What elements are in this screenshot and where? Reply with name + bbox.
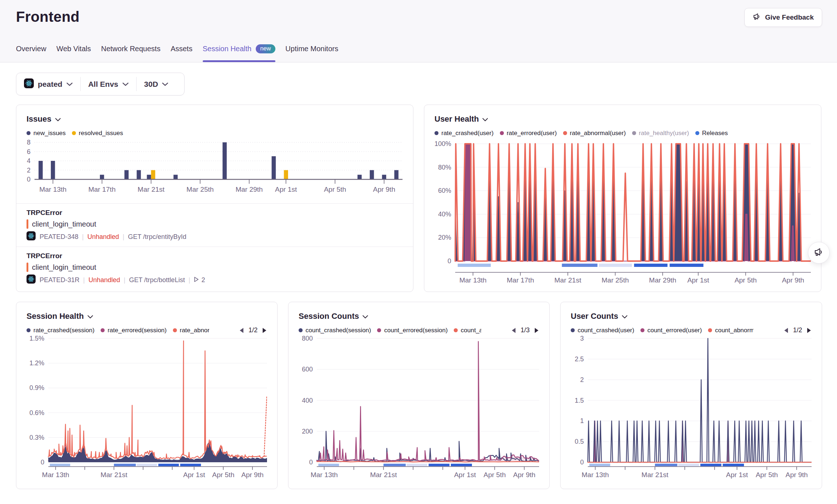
legend-item[interactable]: rate_healthy(user) [632, 130, 689, 137]
project-selector[interactable]: peated [16, 73, 80, 95]
svg-text:Mar 21st: Mar 21st [554, 276, 582, 284]
legend-item[interactable]: count_errored(session) [377, 327, 448, 334]
user-counts-legend: count_crashed(user) count_errored(user) … [571, 327, 753, 334]
meta-separator: | [122, 233, 124, 241]
floating-feedback-button[interactable] [808, 242, 830, 264]
legend-item[interactable]: count_errored(user) [640, 327, 702, 334]
legend-item[interactable]: new_issues [27, 130, 66, 137]
svg-text:0: 0 [27, 176, 31, 183]
issue-type[interactable]: TRPCError [27, 208, 403, 217]
play-icon [194, 276, 199, 284]
pagination-prev-icon[interactable] [239, 328, 244, 333]
legend-item[interactable]: Releases [695, 130, 728, 137]
svg-text:Apr 9th: Apr 9th [782, 276, 804, 284]
legend-pagination: 1/3 [511, 326, 539, 334]
tab-uptime-monitors[interactable]: Uptime Monitors [286, 44, 339, 62]
legend-dot [500, 131, 504, 135]
tab-web-vitals[interactable]: Web Vitals [56, 44, 91, 62]
give-feedback-button[interactable]: Give Feedback [744, 8, 822, 27]
svg-text:Apr 1st: Apr 1st [454, 471, 476, 479]
legend-item[interactable]: count_crashed(user) [571, 327, 634, 334]
chevron-down-icon[interactable] [622, 315, 627, 318]
svg-text:1.2%: 1.2% [29, 359, 44, 367]
tab-session-health[interactable]: Session Health new [203, 44, 275, 62]
megaphone-icon [814, 247, 824, 259]
chevron-down-icon [162, 82, 168, 86]
svg-text:Apr 1st: Apr 1st [726, 471, 748, 479]
legend-item[interactable]: rate_crashed(session) [27, 327, 94, 334]
tab-overview[interactable]: Overview [16, 44, 46, 62]
legend-dot [173, 328, 177, 332]
date-range-selector[interactable]: 30D [137, 73, 176, 95]
user-health-chart[interactable]: 020%40%60%80%100%Mar 13thMar 17thMar 21s… [434, 138, 811, 287]
svg-text:100%: 100% [434, 140, 451, 147]
legend-item[interactable]: rate_errored(session) [101, 327, 167, 334]
svg-text:40%: 40% [438, 211, 451, 218]
svg-text:Apr 5th: Apr 5th [212, 471, 234, 479]
legend-item[interactable]: rate_abnormal(user) [563, 130, 626, 137]
issue-type[interactable]: TRPCError [27, 252, 403, 260]
svg-text:800: 800 [302, 336, 313, 342]
svg-text:0.6%: 0.6% [29, 409, 44, 416]
react-icon [24, 78, 34, 90]
megaphone-icon [753, 12, 761, 23]
pagination-prev-icon[interactable] [784, 328, 788, 333]
pagination-label: 1/3 [521, 326, 530, 334]
chevron-down-icon[interactable] [363, 315, 368, 318]
svg-text:2: 2 [580, 376, 584, 383]
session-health-chart[interactable]: 00.3%0.6%0.9%1.2%1.5%Mar 13thMar 21stApr… [27, 336, 267, 485]
svg-text:Apr 9th: Apr 9th [241, 471, 263, 479]
legend-dot [571, 328, 575, 332]
legend-dot [640, 328, 644, 332]
svg-text:8: 8 [27, 139, 31, 146]
give-feedback-label: Give Feedback [765, 13, 814, 21]
pagination-next-icon[interactable] [262, 328, 267, 333]
svg-text:Mar 25th: Mar 25th [186, 186, 214, 193]
legend-item[interactable]: count_abnormal(session) [454, 327, 481, 334]
issues-legend: new_issues resolved_issues [27, 130, 403, 137]
legend-item[interactable]: count_crashed(session) [299, 327, 371, 334]
replay-count[interactable]: 2 [194, 276, 205, 284]
session-counts-chart[interactable]: 0200400600800Mar 13thMar 21stApr 1stApr … [299, 336, 539, 485]
legend-dot [434, 131, 438, 135]
session-health-panel: Session Health rate_crashed(session) rat… [16, 302, 278, 489]
issue-row[interactable]: TRPCError client_login_timeout [27, 247, 403, 285]
svg-text:0: 0 [580, 459, 584, 466]
issue-short-id: PEATED-31R [40, 276, 80, 284]
page-filter-bar: peated All Envs 30D [16, 73, 185, 95]
legend-dot [27, 328, 31, 332]
svg-text:2.5: 2.5 [575, 355, 584, 363]
legend-item[interactable]: resolved_issues [72, 130, 123, 137]
user-counts-chart[interactable]: 00.511.522.53Mar 13thMar 21stApr 1stApr … [571, 336, 812, 485]
pagination-label: 1/2 [793, 326, 802, 334]
environment-selector[interactable]: All Envs [81, 73, 136, 95]
svg-text:Apr 5th: Apr 5th [756, 471, 778, 479]
tab-assets[interactable]: Assets [171, 44, 193, 62]
tab-network-requests[interactable]: Network Requests [101, 44, 160, 62]
date-range-selector-label: 30D [144, 80, 158, 89]
legend-dot [101, 328, 105, 332]
svg-text:Mar 17th: Mar 17th [88, 186, 116, 193]
legend-item[interactable]: rate_errored(user) [500, 130, 557, 137]
issue-row[interactable]: TRPCError client_login_timeout [27, 204, 403, 241]
chevron-down-icon[interactable] [55, 118, 61, 121]
legend-dot [27, 131, 31, 135]
legend-item[interactable]: rate_crashed(user) [434, 130, 494, 137]
page-header: Frontend Give Feedback Overview Web Vita… [0, 0, 837, 62]
user-counts-panel-title: User Counts [571, 312, 618, 321]
issue-culprit[interactable]: client_login_timeout [32, 263, 96, 272]
svg-text:0: 0 [41, 459, 44, 466]
tab-bar: Overview Web Vitals Network Requests Ass… [16, 44, 338, 62]
chevron-down-icon[interactable] [88, 315, 93, 318]
pagination-next-icon[interactable] [534, 328, 539, 333]
legend-item[interactable]: rate_abnormal(session) [173, 327, 209, 334]
legend-dot [563, 131, 567, 135]
legend-item[interactable]: count_abnormal(user) [708, 327, 753, 334]
pagination-next-icon[interactable] [807, 328, 812, 333]
issue-culprit[interactable]: client_login_timeout [32, 220, 96, 228]
svg-text:6: 6 [27, 148, 31, 155]
chevron-down-icon[interactable] [482, 118, 488, 121]
svg-text:0: 0 [448, 257, 451, 265]
issues-chart[interactable]: 02468Mar 13thMar 17thMar 21stMar 25thMar… [27, 138, 403, 198]
pagination-prev-icon[interactable] [511, 328, 516, 333]
